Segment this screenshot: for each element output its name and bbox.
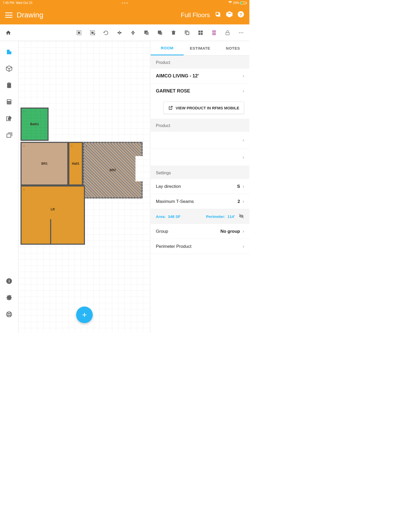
tab-estimate[interactable]: ESTIMATE [184, 41, 217, 55]
canvas[interactable]: ↓Bath1 ↓BR1 ↓Hall1 ↓BR2 ↓LR + [18, 41, 151, 332]
svg-rect-5 [91, 32, 93, 34]
section-settings: Settings [151, 166, 249, 179]
sidebar-calc-icon[interactable] [5, 98, 13, 105]
svg-point-20 [241, 32, 242, 33]
svg-text:i: i [9, 279, 10, 283]
svg-rect-11 [186, 32, 189, 35]
add-button[interactable]: + [76, 307, 93, 323]
sidebar-edit-icon[interactable] [5, 115, 13, 122]
svg-point-21 [242, 32, 243, 33]
svg-point-30 [9, 103, 9, 103]
area-row: Area: 348 SF Perimeter: 114' [151, 209, 249, 224]
sidebar-clipboard-icon[interactable] [5, 82, 13, 89]
eye-off-icon[interactable] [238, 213, 244, 220]
view-product-button[interactable]: VIEW PRODUCT IN RFMS MOBILE [163, 102, 244, 114]
group-row[interactable]: GroupNo group› [151, 224, 249, 239]
svg-rect-18 [226, 32, 229, 35]
svg-point-31 [10, 103, 10, 103]
sidebar-floor-icon[interactable] [5, 48, 13, 56]
status-bar: 7:45 PM Wed Oct 23 26% ⚡ [0, 0, 249, 6]
lock-icon[interactable] [224, 30, 231, 36]
full-floors-label[interactable]: Full Floors [181, 11, 210, 19]
left-sidebar: i [0, 41, 18, 332]
product-line2[interactable]: GARNET ROSE› [151, 84, 249, 98]
svg-rect-33 [7, 134, 11, 137]
svg-point-29 [8, 103, 8, 103]
help-icon[interactable]: ? [237, 11, 244, 19]
wifi-icon [228, 1, 232, 5]
status-time: 7:45 PM [3, 1, 14, 5]
copy-icon[interactable] [184, 30, 190, 36]
sidebar-info-icon[interactable]: i [5, 277, 13, 285]
panel-tabs: ROOM ESTIMATE NOTES [151, 41, 249, 56]
room-br2[interactable]: ↓BR2 [83, 142, 143, 198]
layers-icon[interactable] [215, 11, 221, 19]
room-lr-ext[interactable] [50, 219, 85, 245]
send-back-icon[interactable] [157, 30, 163, 36]
grid-icon[interactable] [197, 30, 204, 36]
box-icon[interactable] [226, 11, 233, 19]
svg-text:T: T [94, 33, 95, 36]
svg-rect-17 [212, 32, 216, 33]
svg-rect-25 [8, 100, 11, 101]
svg-rect-12 [198, 30, 200, 32]
toolbar: T [0, 24, 249, 41]
svg-point-27 [9, 102, 9, 102]
rotate-icon[interactable] [103, 30, 109, 36]
room-hall1[interactable]: ↓Hall1 [68, 142, 83, 185]
sidebar-box-icon[interactable] [5, 65, 13, 72]
room-br1[interactable]: ↓BR1 [21, 142, 68, 185]
app-header: Drawing Full Floors ? [0, 6, 249, 24]
svg-rect-3 [78, 32, 80, 34]
svg-rect-13 [201, 30, 203, 32]
svg-rect-8 [146, 32, 149, 35]
page-title: Drawing [17, 11, 181, 19]
svg-rect-22 [7, 83, 11, 88]
select-t-icon[interactable]: T [89, 30, 96, 36]
sidebar-package-icon[interactable] [5, 131, 13, 139]
trash-icon[interactable] [170, 30, 177, 36]
svg-point-26 [8, 102, 8, 102]
svg-rect-23 [8, 82, 10, 83]
svg-rect-15 [201, 33, 203, 35]
perimeter-product-row[interactable]: Perimeter Product› [151, 239, 249, 254]
tab-notes[interactable]: NOTES [216, 41, 249, 55]
select-icon[interactable] [76, 30, 82, 36]
menu-icon[interactable] [5, 12, 12, 18]
home-icon[interactable] [5, 30, 11, 36]
tab-room[interactable]: ROOM [151, 41, 184, 55]
status-date: Wed Oct 23 [16, 1, 32, 5]
flip-h-icon[interactable] [116, 30, 123, 36]
battery-icon: ⚡ [240, 2, 247, 4]
battery-percent: 26% [233, 1, 239, 5]
svg-point-37 [8, 313, 10, 316]
section-product2: Product [151, 119, 249, 132]
compress-icon[interactable] [211, 30, 217, 36]
tseams-row[interactable]: Maximum T-Seams2› [151, 194, 249, 209]
section-product: Product [151, 56, 249, 69]
room-bath1[interactable]: ↓Bath1 [21, 108, 49, 141]
sidebar-support-icon[interactable] [5, 311, 13, 318]
product2-row2[interactable]: › [151, 149, 249, 166]
bring-front-icon[interactable] [143, 30, 150, 36]
product-line1[interactable]: AIMCO LIVING - 12'› [151, 69, 249, 84]
lay-direction-row[interactable]: Lay directionS› [151, 179, 249, 194]
svg-point-28 [10, 102, 10, 102]
flip-v-icon[interactable] [130, 30, 136, 36]
svg-rect-14 [198, 33, 200, 35]
sidebar-settings-icon[interactable] [5, 294, 13, 301]
right-panel: ROOM ESTIMATE NOTES Product AIMCO LIVING… [151, 41, 249, 332]
svg-rect-10 [158, 30, 161, 34]
svg-text:?: ? [240, 12, 242, 17]
more-icon[interactable] [238, 30, 244, 36]
product2-row1[interactable]: › [151, 132, 249, 149]
svg-point-19 [239, 32, 240, 33]
handle-dots [122, 2, 128, 4]
